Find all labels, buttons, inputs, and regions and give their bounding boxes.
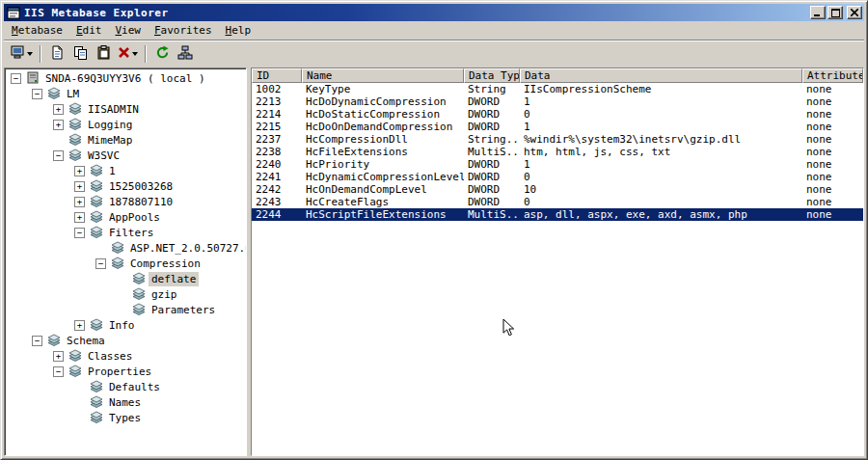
- table-row-2237[interactable]: 2237HcCompressionDllString...%windir%\sy…: [252, 133, 863, 146]
- tree-node-label: Logging: [85, 118, 135, 132]
- menu-edit[interactable]: Edit: [69, 22, 109, 39]
- delete-button[interactable]: [115, 43, 141, 65]
- tree-node-1[interactable]: +1: [7, 163, 246, 178]
- expand-icon[interactable]: +: [74, 212, 85, 223]
- expand-icon[interactable]: +: [74, 181, 85, 192]
- collapse-icon[interactable]: −: [95, 258, 106, 269]
- tree-node-gzip[interactable]: gzip: [7, 286, 246, 302]
- table-cell: HcDynamicCompressionLevel: [302, 171, 464, 183]
- tree-node-label: Filters: [106, 226, 156, 240]
- column-header-data[interactable]: Data: [520, 68, 802, 83]
- tree-node-label: LM: [64, 87, 82, 101]
- menu-help[interactable]: Help: [219, 22, 258, 39]
- table-row-2240[interactable]: 2240HcPriorityDWORD1none: [252, 158, 863, 171]
- tree-node-1878807110[interactable]: +1878807110: [7, 194, 246, 209]
- maximize-button[interactable]: [827, 6, 843, 19]
- expand-icon[interactable]: +: [53, 120, 64, 130]
- metabase-key-icon: [68, 349, 85, 363]
- tree-view[interactable]: −SNDA-69Q3UYY3V6 ( local )−LM+IISADMIN+L…: [4, 68, 247, 456]
- column-header-attributes[interactable]: Attributes: [802, 68, 863, 83]
- table-row-2241[interactable]: 2241HcDynamicCompressionLevelDWORD0none: [252, 171, 863, 183]
- collapse-icon[interactable]: −: [53, 150, 64, 161]
- table-row-2238[interactable]: 2238HcFileExtensionsMultiS...htm, html, …: [252, 146, 863, 158]
- table-cell: DWORD: [464, 183, 520, 196]
- page-icon: [50, 45, 64, 63]
- table-row-2244[interactable]: 2244HcScriptFileExtensionsMultiS...asp, …: [252, 208, 863, 221]
- tree-node-defaults[interactable]: Defaults: [7, 379, 246, 394]
- collapse-icon[interactable]: −: [53, 366, 64, 377]
- expand-icon[interactable]: +: [53, 104, 64, 115]
- table-cell: DWORD: [464, 158, 520, 171]
- tree-node-classes[interactable]: +Classes: [7, 348, 246, 364]
- tree-node-apppools[interactable]: +AppPools: [7, 209, 246, 225]
- metabase-key-icon: [68, 365, 85, 378]
- expand-icon[interactable]: +: [74, 320, 85, 331]
- tree-node-label: MimeMap: [85, 133, 135, 148]
- table-cell: 0: [520, 171, 802, 183]
- tree-node-properties[interactable]: −Properties: [7, 364, 246, 379]
- tree-node-schema[interactable]: −Schema: [7, 333, 246, 348]
- table-cell: none: [802, 83, 863, 95]
- copy-button[interactable]: [68, 43, 92, 65]
- table-cell: HcScriptFileExtensions: [302, 208, 464, 221]
- collapse-icon[interactable]: −: [32, 336, 42, 346]
- collapse-icon[interactable]: −: [74, 228, 85, 238]
- tree-node-types[interactable]: Types: [7, 410, 246, 425]
- column-header-data-type[interactable]: Data Type: [464, 68, 520, 83]
- tree-node-logging[interactable]: +Logging: [7, 117, 246, 132]
- expand-icon[interactable]: +: [74, 197, 85, 207]
- table-cell: none: [802, 133, 863, 146]
- table-row-2213[interactable]: 2213HcDoDynamicCompressionDWORD1none: [252, 95, 863, 108]
- column-header-name[interactable]: Name: [302, 68, 464, 83]
- table-cell: none: [802, 196, 863, 208]
- expand-icon[interactable]: +: [74, 166, 85, 176]
- new-key-button[interactable]: [45, 43, 68, 65]
- menu-favorites[interactable]: Favorites: [148, 22, 219, 39]
- tree-node-parameters[interactable]: Parameters: [7, 302, 246, 317]
- table-row-2243[interactable]: 2243HcCreateFlagsDWORD0none: [252, 196, 863, 208]
- menu-metabase[interactable]: Metabase: [5, 22, 69, 39]
- tree-node-asp-net-2-0-50727-0[interactable]: ASP.NET_2.0.50727.0: [7, 240, 246, 256]
- table-row-2214[interactable]: 2214HcDoStaticCompressionDWORD0none: [252, 108, 863, 121]
- tree-node-iisadmin[interactable]: +IISADMIN: [7, 101, 246, 117]
- toolbar-separator: [40, 45, 41, 63]
- table-cell: 1: [520, 121, 802, 133]
- tree-node-lm[interactable]: −LM: [7, 86, 246, 101]
- table-cell: htm, html, js, css, txt: [520, 146, 802, 158]
- close-button[interactable]: [847, 6, 862, 19]
- collapse-icon[interactable]: −: [11, 73, 21, 84]
- title-bar: IIS Metabase Explorer: [4, 4, 864, 21]
- table-row-2215[interactable]: 2215HcDoOnDemandCompressionDWORD1none: [252, 121, 863, 133]
- tree-node-compression[interactable]: −Compression: [7, 256, 246, 271]
- table-cell: none: [802, 95, 863, 108]
- table-cell: DWORD: [464, 196, 520, 208]
- tree-node-w3svc[interactable]: −W3SVC: [7, 148, 246, 163]
- tree-node-filters[interactable]: −Filters: [7, 225, 246, 240]
- metabase-key-icon: [89, 226, 106, 239]
- refresh-button[interactable]: [150, 43, 174, 65]
- menu-view[interactable]: View: [108, 22, 148, 39]
- tree-node-label: Properties: [85, 365, 154, 379]
- tree-node-1525003268[interactable]: +1525003268: [7, 178, 246, 194]
- metabase-key-icon: [46, 334, 64, 347]
- chevron-down-icon: [132, 52, 138, 56]
- table-cell: asp, dll, aspx, exe, axd, asmx, php: [520, 208, 802, 221]
- collapse-icon[interactable]: −: [32, 89, 42, 99]
- tree-node-info[interactable]: +Info: [7, 317, 246, 333]
- tree-node-deflate[interactable]: deflate: [7, 271, 246, 286]
- minimize-button[interactable]: [810, 6, 826, 19]
- metabase-key-icon: [131, 287, 149, 301]
- column-header-id[interactable]: ID: [252, 68, 302, 83]
- tree-node-names[interactable]: Names: [7, 394, 246, 410]
- paste-button[interactable]: [92, 43, 115, 65]
- table-row-1002[interactable]: 1002KeyTypeStringIIsCompressionSchemenon…: [252, 83, 863, 95]
- expand-icon[interactable]: +: [53, 351, 64, 362]
- tree-node-snda-69q3uyy3v6-local[interactable]: −SNDA-69Q3UYY3V6 ( local ): [7, 70, 246, 86]
- tree-node-label: AppPools: [106, 210, 163, 225]
- metabase-key-icon: [89, 210, 106, 224]
- network-button[interactable]: [174, 43, 197, 65]
- tree-node-mimemap[interactable]: MimeMap: [7, 132, 246, 148]
- table-row-2242[interactable]: 2242HcOnDemandCompLevelDWORD10none: [252, 183, 863, 196]
- connect-button[interactable]: [8, 43, 36, 65]
- list-body[interactable]: 1002KeyTypeStringIIsCompressionSchemenon…: [252, 83, 863, 455]
